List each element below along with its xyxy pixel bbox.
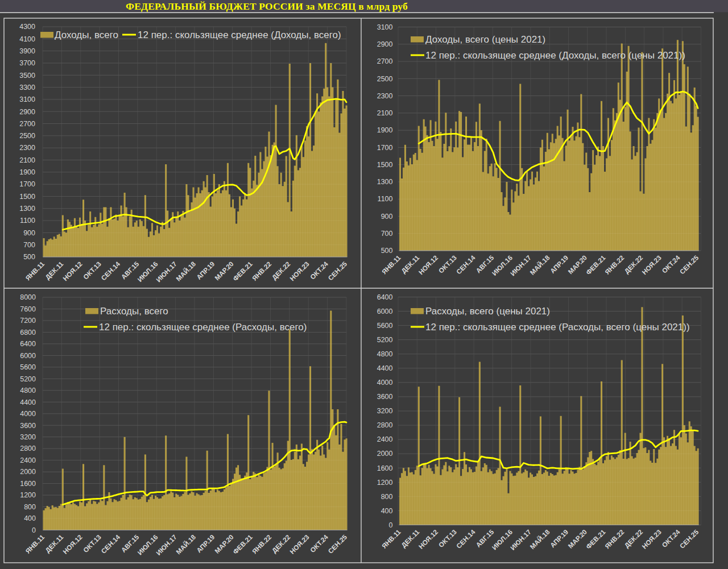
svg-text:12 пер.: скользящее среднее (Р: 12 пер.: скользящее среднее (Расходы, вс…	[425, 322, 690, 333]
svg-text:8000: 8000	[20, 293, 36, 301]
svg-text:6000: 6000	[377, 308, 393, 315]
svg-text:400: 400	[381, 507, 393, 515]
svg-text:1900: 1900	[377, 126, 393, 134]
svg-text:3100: 3100	[377, 23, 393, 31]
svg-text:400: 400	[24, 514, 36, 522]
svg-text:7200: 7200	[20, 317, 36, 325]
svg-text:2400: 2400	[20, 456, 36, 464]
svg-text:2300: 2300	[377, 92, 393, 100]
svg-text:4000: 4000	[377, 379, 393, 387]
svg-text:3600: 3600	[377, 393, 393, 401]
svg-text:700: 700	[23, 241, 35, 249]
svg-text:Расходы, всего (цены 2021): Расходы, всего (цены 2021)	[425, 306, 550, 317]
svg-text:1200: 1200	[377, 479, 393, 487]
svg-text:6400: 6400	[377, 293, 393, 301]
svg-text:3300: 3300	[19, 84, 35, 92]
svg-text:Доходы, всего: Доходы, всего	[55, 30, 118, 40]
svg-text:4000: 4000	[20, 410, 36, 418]
svg-text:3500: 3500	[19, 72, 35, 80]
svg-text:1300: 1300	[377, 178, 393, 186]
svg-text:2900: 2900	[377, 40, 393, 48]
svg-text:1600: 1600	[20, 480, 36, 488]
svg-text:900: 900	[23, 229, 35, 237]
svg-text:1100: 1100	[20, 217, 35, 225]
svg-text:6400: 6400	[20, 340, 36, 348]
svg-text:ФЕДЕРАЛЬНЫЙ БЮДЖЕТ РОССИИ за М: ФЕДЕРАЛЬНЫЙ БЮДЖЕТ РОССИИ за МЕСЯЦ в млр…	[126, 1, 408, 12]
svg-text:12 пер.: скользящее среднее (Р: 12 пер.: скользящее среднее (Расходы, вс…	[99, 322, 307, 333]
svg-text:5600: 5600	[20, 363, 36, 371]
svg-text:5600: 5600	[377, 322, 393, 330]
svg-text:4300: 4300	[19, 23, 35, 31]
svg-text:2500: 2500	[377, 75, 393, 83]
svg-text:500: 500	[23, 253, 35, 261]
svg-text:3200: 3200	[20, 433, 36, 441]
svg-text:2400: 2400	[377, 435, 393, 443]
svg-text:700: 700	[381, 230, 393, 238]
svg-text:2100: 2100	[19, 156, 35, 164]
svg-text:800: 800	[24, 503, 36, 511]
svg-text:4400: 4400	[377, 364, 393, 372]
svg-text:2000: 2000	[20, 468, 36, 476]
svg-text:3600: 3600	[20, 422, 36, 430]
svg-text:2000: 2000	[377, 450, 393, 458]
svg-text:1500: 1500	[377, 161, 393, 169]
svg-text:1500: 1500	[19, 193, 35, 201]
svg-text:1700: 1700	[377, 144, 393, 152]
svg-text:12 пер.: скользящее среднее (Д: 12 пер.: скользящее среднее (Доходы, все…	[425, 50, 685, 61]
svg-text:4800: 4800	[20, 387, 36, 394]
svg-text:2800: 2800	[377, 421, 393, 429]
svg-text:3100: 3100	[19, 95, 35, 103]
svg-text:7600: 7600	[20, 305, 36, 313]
svg-text:900: 900	[381, 213, 393, 221]
svg-text:5200: 5200	[377, 336, 393, 344]
svg-text:2800: 2800	[20, 445, 36, 452]
svg-text:2500: 2500	[19, 132, 35, 140]
svg-text:1700: 1700	[19, 180, 35, 188]
svg-text:12 пер.: скользящее среднее (Д: 12 пер.: скользящее среднее (Доходы, все…	[138, 30, 341, 40]
svg-text:3700: 3700	[19, 59, 35, 67]
svg-text:Доходы, всего (цены 2021): Доходы, всего (цены 2021)	[425, 34, 545, 45]
svg-text:5200: 5200	[20, 375, 36, 383]
svg-text:0: 0	[32, 526, 36, 534]
svg-text:4100: 4100	[19, 35, 35, 43]
svg-text:800: 800	[381, 493, 393, 501]
svg-text:6800: 6800	[20, 329, 36, 337]
svg-text:3900: 3900	[19, 47, 35, 55]
svg-text:2300: 2300	[19, 144, 35, 152]
svg-text:2700: 2700	[377, 57, 393, 65]
svg-text:3200: 3200	[377, 407, 393, 415]
svg-text:1100: 1100	[378, 195, 393, 203]
svg-text:4800: 4800	[377, 350, 393, 358]
svg-text:4400: 4400	[20, 398, 36, 406]
svg-text:2100: 2100	[377, 109, 393, 117]
svg-text:500: 500	[381, 247, 393, 255]
svg-text:1300: 1300	[19, 205, 35, 213]
svg-text:Расходы, всего: Расходы, всего	[100, 306, 168, 317]
svg-text:1600: 1600	[377, 464, 393, 472]
svg-text:6000: 6000	[20, 352, 36, 360]
svg-text:1900: 1900	[19, 168, 35, 176]
svg-text:2900: 2900	[19, 108, 35, 116]
svg-text:1200: 1200	[20, 491, 36, 499]
svg-text:0: 0	[389, 521, 393, 529]
svg-text:2700: 2700	[19, 120, 35, 128]
